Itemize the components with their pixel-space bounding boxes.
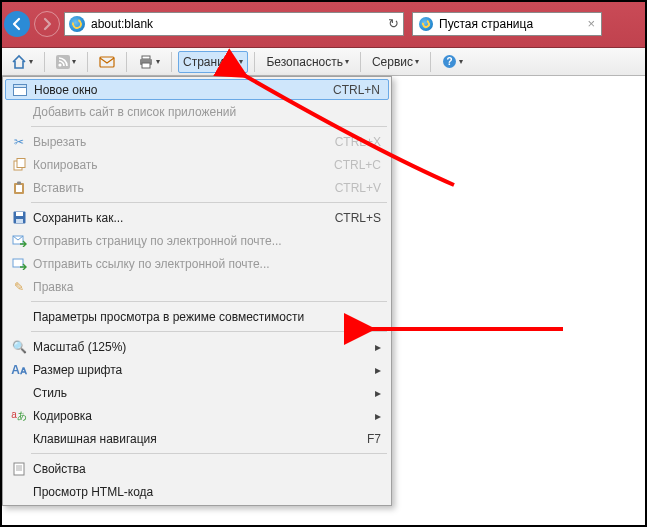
zoom-icon: 🔍	[9, 340, 29, 354]
svg-rect-2	[100, 57, 114, 67]
forward-button[interactable]	[34, 11, 60, 37]
svg-rect-11	[17, 159, 25, 168]
menu-new-window[interactable]: Новое окно CTRL+N	[5, 79, 389, 100]
paste-icon	[9, 181, 29, 195]
menu-style[interactable]: Стиль ▸	[5, 381, 389, 404]
menu-edit: ✎ Правка	[5, 275, 389, 298]
menu-add-site-apps: Добавить сайт в список приложений	[5, 100, 389, 123]
tab[interactable]: Пустая страница ×	[412, 12, 602, 36]
mail-icon	[99, 56, 115, 68]
rss-icon	[56, 55, 70, 69]
scissors-icon: ✂	[9, 135, 29, 149]
encoding-icon: aあ	[9, 409, 29, 423]
submenu-arrow-icon: ▸	[375, 386, 381, 400]
read-mail-button[interactable]	[94, 52, 120, 72]
svg-rect-16	[16, 212, 23, 216]
submenu-arrow-icon: ▸	[375, 363, 381, 377]
menu-cut: ✂ Вырезать CTRL+X	[5, 130, 389, 153]
svg-rect-5	[142, 63, 150, 68]
pencil-icon: ✎	[9, 280, 29, 294]
help-icon: ?	[442, 54, 457, 69]
address-text: about:blank	[91, 17, 153, 31]
page-dropdown-menu: Новое окно CTRL+N Добавить сайт в список…	[2, 76, 392, 506]
menu-compat-view-settings[interactable]: Параметры просмотра в режиме совместимос…	[5, 305, 389, 328]
ie-icon	[69, 16, 85, 32]
menu-text-size[interactable]: Aᴀ Размер шрифта ▸	[5, 358, 389, 381]
back-button[interactable]	[4, 11, 30, 37]
feeds-button[interactable]: ▾	[51, 51, 81, 73]
save-icon	[9, 211, 29, 224]
home-button[interactable]: ▾	[6, 50, 38, 74]
tools-menu-button[interactable]: Сервис▾	[367, 51, 424, 73]
svg-rect-9	[14, 84, 27, 87]
menu-zoom[interactable]: 🔍 Масштаб (125%) ▸	[5, 335, 389, 358]
menu-send-link-email: Отправить ссылку по электронной почте...	[5, 252, 389, 275]
safety-label: Безопасность	[266, 55, 343, 69]
properties-icon	[9, 462, 29, 476]
submenu-arrow-icon: ▸	[375, 340, 381, 354]
page-menu-button[interactable]: Страница▾	[178, 51, 248, 73]
send-page-icon	[9, 235, 29, 247]
address-bar[interactable]: about:blank ↻	[64, 12, 404, 36]
text-size-icon: Aᴀ	[9, 363, 29, 377]
send-link-icon	[9, 258, 29, 270]
menu-paste: Вставить CTRL+V	[5, 176, 389, 199]
tools-label: Сервис	[372, 55, 413, 69]
printer-icon	[138, 55, 154, 69]
svg-rect-3	[142, 56, 150, 59]
copy-icon	[9, 158, 29, 171]
menu-encoding[interactable]: aあ Кодировка ▸	[5, 404, 389, 427]
command-bar: ▾ ▾ ▾ Страница▾ Безопасность▾ Сервис▾ ? …	[0, 48, 647, 76]
svg-rect-19	[13, 259, 23, 267]
menu-copy: Копировать CTRL+C	[5, 153, 389, 176]
refresh-icon[interactable]: ↻	[388, 16, 399, 31]
safety-menu-button[interactable]: Безопасность▾	[261, 51, 354, 73]
menu-save-as[interactable]: Сохранить как... CTRL+S	[5, 206, 389, 229]
menu-send-page-email: Отправить страницу по электронной почте.…	[5, 229, 389, 252]
menu-view-source[interactable]: Просмотр HTML-кода	[5, 480, 389, 503]
submenu-arrow-icon: ▸	[375, 409, 381, 423]
tab-close-icon[interactable]: ×	[587, 16, 595, 31]
help-button[interactable]: ? ▾	[437, 50, 468, 73]
svg-rect-20	[14, 463, 24, 475]
window-icon	[10, 84, 30, 96]
home-icon	[11, 54, 27, 70]
svg-point-1	[58, 63, 61, 66]
svg-text:?: ?	[446, 56, 452, 67]
menu-properties[interactable]: Свойства	[5, 457, 389, 480]
menu-caret-browsing[interactable]: Клавишная навигация F7	[5, 427, 389, 450]
tab-strip: Пустая страница ×	[408, 12, 643, 36]
svg-rect-17	[16, 219, 23, 223]
page-label: Страница	[183, 55, 237, 69]
titlebar: about:blank ↻ Пустая страница ×	[0, 0, 647, 48]
svg-rect-13	[16, 185, 22, 192]
tab-title: Пустая страница	[439, 17, 533, 31]
print-button[interactable]: ▾	[133, 51, 165, 73]
ie-icon	[419, 17, 433, 31]
svg-rect-14	[17, 181, 21, 184]
